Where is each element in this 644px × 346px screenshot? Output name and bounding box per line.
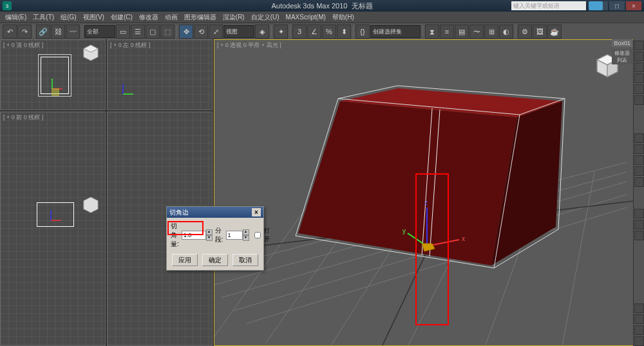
spinner-down-icon[interactable]: ▾	[206, 235, 213, 241]
panel-button[interactable]	[634, 314, 644, 324]
render-button[interactable]: ☕	[547, 24, 562, 39]
panel-button[interactable]	[634, 231, 644, 240]
menu-bar: 编辑(E) 工具(T) 组(G) 视图(V) 创建(C) 修改器 动画 图形编辑…	[0, 12, 644, 23]
mirror-button[interactable]: ⧗	[425, 24, 439, 39]
menu-edit[interactable]: 编辑(E)	[3, 12, 29, 23]
render-frame-button[interactable]: 🖼	[533, 24, 547, 39]
menu-views[interactable]: 视图(V)	[80, 12, 107, 23]
named-sel-set-button[interactable]: {}	[355, 24, 370, 39]
viewcube-icon[interactable]	[82, 196, 100, 214]
help-search-input[interactable]: 键入关键字或短语	[511, 1, 586, 10]
segments-spinner[interactable]: ▴▾	[226, 231, 249, 240]
axis-gizmo-icon	[111, 82, 135, 106]
panel-button[interactable]	[634, 325, 644, 335]
curve-editor-button[interactable]: 〜	[469, 24, 484, 39]
app-icon: 3	[3, 1, 12, 10]
align-button[interactable]: ≡	[440, 24, 454, 39]
menu-modifiers[interactable]: 修改器	[137, 12, 161, 23]
viewport-left[interactable]: [ + 0 左 0 线框 ]	[107, 39, 213, 110]
svg-marker-5	[84, 197, 98, 213]
snap-toggle-button[interactable]: 3	[292, 24, 307, 39]
menu-animation[interactable]: 动画	[162, 12, 180, 23]
cancel-button[interactable]: 取消	[232, 254, 258, 266]
use-pivot-button[interactable]: ◈	[255, 24, 269, 39]
viewport-perspective[interactable]: [ + 0 透视 0 平滑 + 高光 ]	[214, 39, 634, 346]
maximize-button[interactable]: □	[609, 1, 625, 10]
menu-graph-editors[interactable]: 图形编辑器	[182, 12, 219, 23]
modifier-list-label[interactable]: 修改器列表	[612, 49, 632, 64]
menu-group[interactable]: 组(G)	[58, 12, 79, 23]
dialog-close-button[interactable]: ×	[252, 208, 261, 216]
box-object[interactable]	[296, 86, 565, 268]
select-object-button[interactable]: ▭	[116, 24, 130, 39]
viewport-front[interactable]: [ + 0 前 0 线框 ]	[0, 111, 106, 346]
chamfer-edges-dialog: 切角边 × 切角量: ▴▾ 分段: ▴▾ 打开 应用 确定 取消	[166, 206, 264, 271]
unlink-button[interactable]: ⛓	[51, 24, 65, 39]
bind-spacewarp-button[interactable]: 〰	[66, 24, 80, 39]
svg-text:y: y	[402, 227, 406, 235]
select-region-button[interactable]: ▢	[146, 24, 160, 39]
spinner-down-icon[interactable]: ▾	[243, 235, 249, 241]
panel-button[interactable]	[634, 144, 644, 154]
panel-button[interactable]	[634, 166, 644, 176]
spinner-up-icon[interactable]: ▴	[206, 229, 213, 235]
menu-customize[interactable]: 自定义(U)	[249, 12, 282, 23]
panel-button[interactable]	[634, 303, 644, 313]
select-rotate-button[interactable]: ⟲	[194, 24, 208, 39]
open-checkbox-input[interactable]	[254, 232, 261, 238]
apply-button[interactable]: 应用	[172, 254, 198, 266]
viewcube-icon[interactable]	[82, 44, 100, 62]
redo-button[interactable]: ↷	[17, 24, 32, 39]
svg-marker-23	[298, 101, 517, 265]
infocenter-icon[interactable]	[589, 1, 603, 10]
select-scale-button[interactable]: ⤢	[209, 24, 223, 39]
modify-tab[interactable]	[634, 52, 644, 61]
layers-button[interactable]: ▤	[455, 24, 469, 39]
ok-button[interactable]: 确定	[202, 254, 228, 266]
panel-button[interactable]	[634, 155, 644, 165]
menu-tools[interactable]: 工具(T)	[30, 12, 57, 23]
utilities-tab[interactable]	[634, 95, 644, 105]
chamfer-amount-label: 切角量:	[171, 222, 179, 249]
main-toolbar: ↶ ↷ 🔗 ⛓ 〰 全部 ▭ ☰ ▢ ⬚ ✥ ⟲ ⤢ 视图 ◈ ✦ 3 ∠ % …	[0, 23, 644, 41]
chamfer-amount-spinner[interactable]: ▴▾	[182, 231, 213, 240]
link-button[interactable]: 🔗	[36, 24, 50, 39]
selection-filter-dropdown[interactable]: 全部	[84, 25, 115, 38]
chamfer-amount-input[interactable]	[182, 231, 206, 240]
schematic-view-button[interactable]: ⊞	[484, 24, 498, 39]
viewport-left-label: [ + 0 左 0 线框 ]	[110, 41, 150, 50]
angle-snap-button[interactable]: ∠	[307, 24, 321, 39]
viewport-top[interactable]: [ + 0 顶 0 线框 ]	[0, 39, 106, 110]
ref-coord-dropdown[interactable]: 视图	[223, 25, 254, 38]
select-manipulate-button[interactable]: ✦	[274, 24, 288, 39]
svg-text:z: z	[424, 199, 428, 206]
material-editor-button[interactable]: ◐	[499, 24, 513, 39]
panel-button[interactable]	[634, 220, 644, 229]
percent-snap-button[interactable]: %	[322, 24, 336, 39]
named-sel-dropdown[interactable]: 创建选择集	[370, 25, 421, 38]
open-checkbox[interactable]: 打开	[252, 227, 270, 244]
select-move-button[interactable]: ✥	[179, 24, 193, 39]
spinner-snap-button[interactable]: ⬍	[337, 24, 351, 39]
menu-rendering[interactable]: 渲染(R)	[220, 12, 247, 23]
motion-tab[interactable]	[634, 73, 644, 83]
menu-create[interactable]: 创建(C)	[108, 12, 135, 23]
create-tab[interactable]	[634, 41, 644, 50]
panel-button[interactable]	[634, 133, 644, 143]
menu-maxscript[interactable]: MAXScript(M)	[283, 13, 328, 21]
dialog-title: 切角边	[169, 208, 189, 217]
select-by-name-button[interactable]: ☰	[131, 24, 145, 39]
spinner-up-icon[interactable]: ▴	[243, 229, 249, 235]
display-tab[interactable]	[634, 84, 644, 94]
hierarchy-tab[interactable]	[634, 62, 644, 72]
panel-button[interactable]	[634, 209, 644, 218]
panel-button[interactable]	[634, 336, 644, 346]
undo-button[interactable]: ↶	[3, 24, 17, 39]
window-crossing-button[interactable]: ⬚	[160, 24, 175, 39]
dialog-titlebar[interactable]: 切角边 ×	[167, 207, 263, 218]
menu-help[interactable]: 帮助(H)	[330, 12, 357, 23]
render-setup-button[interactable]: ⚙	[518, 24, 532, 39]
panel-button[interactable]	[634, 177, 644, 187]
close-button[interactable]: ×	[626, 1, 641, 10]
segments-input[interactable]	[226, 231, 243, 240]
